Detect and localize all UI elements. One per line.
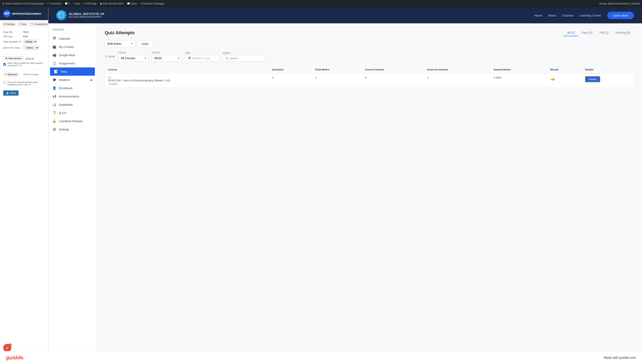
search-input[interactable] bbox=[230, 57, 262, 60]
comment-icon: 💬 bbox=[65, 2, 68, 5]
wfa-troubleshoot-button[interactable]: 🔧 Troubleshoot bbox=[29, 22, 49, 26]
wfa-sidebar: WP WPFRONTENDADMIN® ⚙ Settings ? Help 🔧 … bbox=[0, 7, 48, 364]
filter-row: ↺ Reset Course All Courses ▼ Sort By bbox=[105, 51, 634, 62]
admin-bar-site-name[interactable]: ⚙ Global Institute of Echocardiography bbox=[2, 2, 44, 5]
user-avatar: U 1 bbox=[3, 344, 11, 352]
nav-courses[interactable]: Courses bbox=[562, 14, 573, 17]
quiz-table: Course Question Total Marks Correct Answ… bbox=[105, 66, 634, 88]
add-to-menu-select[interactable]: - Select - bbox=[23, 46, 39, 50]
page-template-select[interactable]: Default bbox=[23, 40, 37, 44]
revert-changes-button[interactable]: Revert changes bbox=[21, 72, 41, 76]
admin-bar-edit-elementor[interactable]: ▣ Edit with Elementor bbox=[100, 2, 124, 5]
admin-bar-customize[interactable]: ✏ Customize bbox=[47, 2, 62, 5]
sidebar-item-qa[interactable]: ❓ Q & A bbox=[48, 109, 97, 117]
gear-icon: ⚙️ bbox=[52, 128, 57, 131]
cell-details: Details bbox=[582, 74, 634, 88]
sidebar-item-assignments[interactable]: 📋 Assignments bbox=[48, 59, 97, 68]
sidebar-item-gradebook[interactable]: 📊 Gradebook bbox=[48, 100, 97, 109]
save-button[interactable]: 💾 Save bbox=[3, 90, 19, 96]
col-header-earned: Earned Marks bbox=[490, 66, 547, 74]
sort-select[interactable]: DESC bbox=[152, 55, 182, 62]
students-icon: 🎓 bbox=[52, 78, 57, 82]
sidebar-item-tests[interactable]: 📝 Tests bbox=[50, 68, 95, 76]
page-title-row: Page title: Tests bbox=[3, 30, 45, 34]
wfa-options: 👁 Hide element Show all Hide notices add… bbox=[0, 54, 48, 70]
table-header: Course Question Total Marks Correct Answ… bbox=[105, 66, 634, 74]
cell-total-marks: 2 bbox=[312, 74, 362, 88]
wfa-help-button[interactable]: ? Help bbox=[18, 22, 28, 26]
sort-select-wrapper: DESC ▼ bbox=[152, 55, 182, 62]
date-input[interactable]: 📅 MMMM d, yyyy bbox=[185, 55, 219, 62]
col-header-course: Course bbox=[105, 66, 269, 74]
notes-icon: 💬 bbox=[127, 2, 130, 5]
admin-bar-edit-page[interactable]: ✏ Edit Page bbox=[83, 2, 97, 5]
tab-fail[interactable]: Fail (1) bbox=[596, 30, 612, 36]
details-button[interactable]: Details bbox=[585, 76, 600, 82]
bulk-action-row: Bulk Action ▼ Apply bbox=[105, 40, 634, 47]
admin-bar-new[interactable]: + New bbox=[73, 2, 80, 5]
table-body: am ECHO 100 – Intro to Echocardiography … bbox=[105, 74, 634, 88]
main-wrapper: GLOBAL INSTITUTE OF ECHOCARDIOGRAPHY Hom… bbox=[48, 7, 642, 364]
edit-page-icon: ✏ bbox=[83, 2, 85, 5]
pencil-icon: ✏ bbox=[6, 73, 7, 76]
col-header-correct: Correct Answer bbox=[362, 66, 424, 74]
admin-bar-howdy: Howdy, globalinstituteofecho_8m6pq6 bbox=[599, 2, 640, 5]
sidebar-item-calendar[interactable]: 📅 Calendar bbox=[48, 34, 97, 43]
settings-icon: ⚙ bbox=[4, 23, 6, 25]
chevron-right-icon: ▶ bbox=[91, 78, 93, 81]
search-input-wrapper: 🔍 bbox=[223, 55, 264, 62]
url-slug-row: URL slug: tests bbox=[3, 35, 45, 38]
reset-icon: ↺ bbox=[105, 55, 107, 58]
show-all-link[interactable]: Show all bbox=[25, 57, 34, 60]
wfa-settings-button[interactable]: ⚙ Settings bbox=[2, 22, 17, 26]
sidebar-item-announcements[interactable]: 📢 Announcements bbox=[48, 92, 97, 100]
sidebar-item-enrollment[interactable]: 👤 Enrollment bbox=[48, 84, 97, 92]
plus-icon: + bbox=[73, 2, 75, 5]
users-see-posts-checkbox[interactable] bbox=[3, 81, 6, 84]
search-icon: 🔍 bbox=[225, 57, 228, 60]
wfa-logo-icon: WP bbox=[3, 10, 11, 17]
sidebar-item-settings[interactable]: ⚙️ Settings bbox=[48, 125, 97, 134]
instructor-label: Instructor bbox=[48, 25, 97, 34]
debugger-icon: ℹ bbox=[140, 2, 141, 5]
tab-pending[interactable]: Pending (0) bbox=[612, 30, 634, 36]
sidebar-item-google-meet[interactable]: 📹 Google Meet bbox=[48, 51, 97, 59]
bulk-action-select[interactable]: Bulk Action bbox=[105, 40, 135, 47]
lock-icon: 🔒 bbox=[52, 119, 57, 123]
wfa-fields: Page title: Tests URL slug: tests Page t… bbox=[0, 28, 48, 54]
hide-element-button[interactable]: 👁 Hide element bbox=[3, 56, 24, 60]
learn-more-button[interactable]: Learn More bbox=[607, 12, 634, 19]
admin-bar-elementor-debugger[interactable]: ℹ Elementor Debugger bbox=[140, 2, 165, 5]
col-header-result: Result bbox=[547, 66, 582, 74]
video-icon: 🎬 bbox=[52, 45, 57, 49]
tab-pass[interactable]: Pass (0) bbox=[578, 30, 596, 36]
nav-learning-center[interactable]: Learning Center bbox=[579, 14, 601, 17]
wp-logo-icon: ⚙ bbox=[2, 2, 4, 5]
sidebar-item-my-courses[interactable]: 🎬 My Courses bbox=[48, 43, 97, 51]
apply-button[interactable]: Apply bbox=[137, 40, 153, 47]
admin-bar-comments[interactable]: 💬 0 bbox=[65, 2, 70, 5]
cell-course: am ECHO 100 – Intro to Echocardiography … bbox=[105, 74, 269, 88]
course-select-wrapper: All Courses ▼ bbox=[118, 55, 149, 62]
sidebar-item-students[interactable]: 🎓 Students ▶ bbox=[48, 76, 97, 84]
notification-badge: 1 bbox=[9, 344, 12, 347]
qa-icon: ❓ bbox=[52, 111, 57, 115]
course-select[interactable]: All Courses bbox=[118, 55, 149, 62]
hide-notices-checkbox[interactable] bbox=[3, 63, 6, 66]
admin-bar-notes[interactable]: 💬 Notes bbox=[127, 2, 137, 5]
nav-home[interactable]: Home bbox=[534, 14, 542, 17]
hide-element-row: 👁 Hide element Show all bbox=[3, 56, 45, 60]
wfa-edit-texts: ✏ Edit texts Revert changes bbox=[0, 70, 48, 79]
wp-admin-bar: ⚙ Global Institute of Echocardiography ✏… bbox=[0, 0, 642, 7]
help-icon: ? bbox=[20, 23, 21, 25]
tab-all[interactable]: All (1) bbox=[564, 30, 578, 36]
date-filter: Date 📅 MMMM d, yyyy bbox=[185, 52, 219, 62]
edit-texts-button[interactable]: ✏ Edit texts bbox=[3, 72, 19, 77]
assignments-icon: 📋 bbox=[52, 62, 57, 65]
wfa-logo: WP WPFRONTENDADMIN® bbox=[0, 7, 48, 20]
calendar-icon: 📅 bbox=[52, 37, 57, 40]
nav-about[interactable]: About bbox=[548, 14, 556, 17]
sidebar-item-lockdown[interactable]: 🔒 Lockdown Browser bbox=[48, 117, 97, 125]
reset-button[interactable]: ↺ Reset bbox=[105, 55, 115, 58]
wfa-save: 💾 Save bbox=[0, 88, 48, 98]
